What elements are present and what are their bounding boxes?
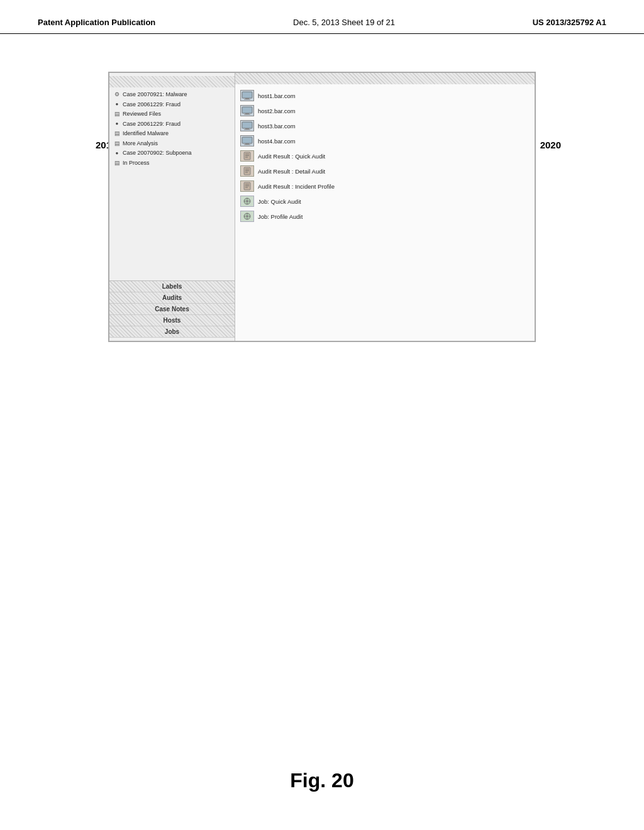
tree-item-label: Reviewed Files	[123, 110, 161, 119]
right-item-icon	[240, 211, 254, 222]
tree-item-label: Identified Malware	[123, 130, 169, 138]
tree-item-icon: ▤	[113, 140, 121, 147]
hatch-bar-top-right	[235, 73, 535, 84]
right-item-label: Job: Profile Audit	[258, 213, 303, 220]
right-item-label: Job: Quick Audit	[258, 198, 301, 205]
tree-item[interactable]: ●Case 20061229: Fraud	[112, 100, 232, 110]
tree-item-label: Case 20070921: Malware	[123, 91, 187, 99]
svg-rect-11	[244, 145, 250, 145]
tab-item[interactable]: Audits	[109, 292, 235, 304]
svg-rect-5	[244, 114, 250, 115]
header-left: Patent Application Publication	[38, 18, 155, 27]
tree-item-label: Case 20061229: Fraud	[123, 101, 180, 109]
right-item-icon	[240, 165, 254, 177]
right-panel-item[interactable]: host3.bar.com	[240, 119, 530, 133]
header-right: US 2013/325792 A1	[533, 18, 606, 27]
right-panel-item[interactable]: Audit Result : Quick Audit	[240, 149, 530, 163]
right-panel-item[interactable]: Audit Result : Incident Profile	[240, 179, 530, 193]
tree-item[interactable]: ▤More Analysis	[112, 139, 232, 149]
diagram-box: ⚙Case 20070921: Malware●Case 20061229: F…	[108, 72, 536, 342]
right-item-icon	[240, 105, 254, 116]
right-panel-item[interactable]: Audit Result : Detail Audit	[240, 164, 530, 178]
right-item-label: host3.bar.com	[258, 123, 296, 130]
svg-rect-16	[244, 167, 250, 175]
tree-item[interactable]: ●Case 20070902: Subpoena	[112, 148, 232, 158]
tree-item-icon: ⚙	[113, 91, 121, 99]
svg-rect-12	[244, 152, 250, 160]
tab-item[interactable]: Hosts	[109, 315, 235, 326]
tree-item-label: Case 20061229: Fraud	[123, 120, 180, 129]
right-item-icon	[240, 135, 254, 147]
right-panel-item[interactable]: host1.bar.com	[240, 89, 530, 102]
svg-point-31	[246, 215, 248, 218]
tree-item-icon: ▤	[113, 130, 121, 138]
tree-item-icon: ●	[113, 120, 121, 128]
right-item-icon	[240, 150, 254, 162]
svg-rect-2	[244, 99, 250, 100]
right-panel-item[interactable]: host2.bar.com	[240, 104, 530, 118]
figure-label: Fig. 20	[290, 769, 353, 792]
tree-items: ⚙Case 20070921: Malware●Case 20061229: F…	[109, 89, 235, 278]
header-center: Dec. 5, 2013 Sheet 19 of 21	[293, 18, 395, 27]
svg-rect-0	[242, 92, 252, 98]
svg-rect-6	[242, 122, 252, 128]
svg-rect-8	[244, 130, 250, 130]
tree-item[interactable]: ●Case 20061229: Fraud	[112, 119, 232, 130]
tree-item[interactable]: ⚙Case 20070921: Malware	[112, 90, 232, 100]
label-2020: 2020	[540, 140, 561, 150]
right-panel: host1.bar.com host2.bar.com host3.bar.co…	[235, 73, 535, 341]
tree-item-label: Case 20070902: Subpoena	[123, 149, 192, 158]
right-item-icon	[240, 196, 254, 207]
right-item-label: Audit Result : Incident Profile	[258, 183, 335, 190]
hatch-bar-top-left	[109, 76, 235, 87]
tree-item[interactable]: ▤Reviewed Files	[112, 109, 232, 119]
page-header: Patent Application Publication Dec. 5, 2…	[0, 0, 644, 34]
tree-item-icon: ●	[113, 150, 121, 157]
svg-rect-9	[242, 137, 252, 143]
bottom-tabs: LabelsAuditsCase NotesHostsJobs	[109, 280, 235, 338]
svg-point-25	[246, 200, 248, 202]
tab-item[interactable]: Labels	[109, 281, 235, 292]
right-panel-item[interactable]: host4.bar.com	[240, 134, 530, 148]
right-item-label: host4.bar.com	[258, 138, 296, 145]
right-panel-item[interactable]: Job: Quick Audit	[240, 194, 530, 208]
right-item-label: host1.bar.com	[258, 92, 296, 99]
tree-item-label: In Process	[123, 159, 150, 168]
right-item-label: host2.bar.com	[258, 108, 296, 114]
right-item-label: Audit Result : Quick Audit	[258, 153, 325, 160]
right-item-icon	[240, 180, 254, 192]
right-item-label: Audit Result : Detail Audit	[258, 168, 325, 175]
right-item-icon	[240, 120, 254, 131]
diagram-area: 2010 2020 ⚙Case 20070921: Malware●Case 2…	[102, 72, 542, 348]
right-item-icon	[240, 90, 254, 101]
svg-rect-3	[242, 107, 252, 113]
tree-item-icon: ●	[113, 101, 121, 108]
tree-item[interactable]: ▤Identified Malware	[112, 129, 232, 139]
tree-item-icon: ▤	[113, 159, 121, 167]
tree-item[interactable]: ▤In Process	[112, 158, 232, 169]
tree-item-icon: ▤	[113, 111, 121, 118]
tab-item[interactable]: Case Notes	[109, 304, 235, 315]
svg-rect-20	[244, 182, 250, 190]
right-panel-item[interactable]: Job: Profile Audit	[240, 209, 530, 223]
tab-item[interactable]: Jobs	[109, 326, 235, 338]
tree-item-label: More Analysis	[123, 140, 158, 148]
left-panel: ⚙Case 20070921: Malware●Case 20061229: F…	[109, 73, 235, 341]
